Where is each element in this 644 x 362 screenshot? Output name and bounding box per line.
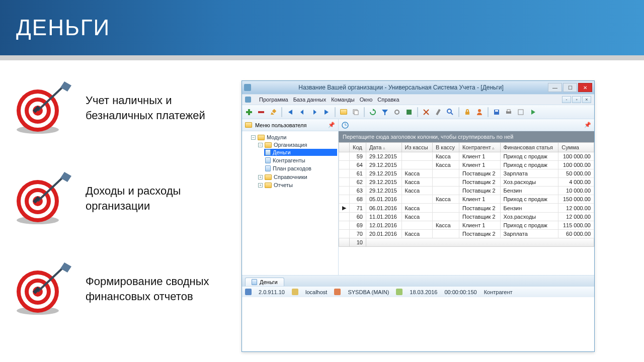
- table-row[interactable]: 6229.12.2015КассаПоставщик 2Хоз.расходы4…: [339, 178, 594, 187]
- tool-next[interactable]: [309, 107, 319, 117]
- status-time: 00:00:00:150: [444, 289, 476, 295]
- svg-rect-41: [407, 110, 412, 115]
- table-row[interactable]: 6912.01.2016КассаКлиент 1Приход с продаж…: [339, 221, 594, 230]
- maximize-button[interactable]: ☐: [563, 83, 577, 92]
- menu-window[interactable]: Окно: [360, 97, 373, 103]
- menu-commands[interactable]: Команды: [331, 97, 355, 103]
- table-row[interactable]: 6805.01.2016КассаКлиент 1Приход с продаж…: [339, 195, 594, 204]
- table-row[interactable]: 6329.12.2015КассаПоставщик 2Бензин10 000…: [339, 187, 594, 195]
- tab-money[interactable]: Деньги: [245, 278, 284, 286]
- bullet-text-3: Формирование сводных финансовых отчетов: [86, 274, 242, 304]
- host-icon: [292, 289, 298, 295]
- tool-tools[interactable]: [433, 107, 443, 117]
- svg-rect-31: [272, 109, 276, 113]
- tree-modules[interactable]: −Модули: [250, 134, 337, 141]
- menu-help[interactable]: Справка: [377, 97, 399, 103]
- col-to[interactable]: В кассу: [432, 143, 459, 152]
- tool-save[interactable]: [492, 107, 502, 117]
- menu-bar: Программа База данных Команды Окно Справ…: [242, 94, 594, 105]
- tool-first[interactable]: [285, 107, 295, 117]
- status-bar: 2.0.911.10 localhost SYSDBA (MAIN) 18.03…: [242, 286, 594, 297]
- table-row[interactable]: 6011.01.2016КассаПоставщик 2Хоз.расходы1…: [339, 213, 594, 221]
- bullet-1: Учет наличных и безналичных платежей: [10, 80, 242, 136]
- tool-last[interactable]: [321, 107, 332, 117]
- table-row[interactable]: ▶7106.01.2016КассаПоставщик 2Бензин12 00…: [339, 204, 594, 213]
- sidebar: Меню пользователя 📌 −Модули −Организация…: [242, 119, 339, 275]
- main-toolbar: [242, 105, 594, 119]
- tool-settings[interactable]: [392, 107, 402, 117]
- svg-marker-8: [60, 81, 71, 92]
- table-row[interactable]: 7020.01.2016КассаПоставщик 2Зарплата60 0…: [339, 230, 594, 238]
- group-hint[interactable]: Перетащите сюда заголовок колонки, чтобы…: [339, 131, 594, 142]
- tool-lock[interactable]: [462, 107, 472, 117]
- tool-refresh[interactable]: [368, 107, 378, 117]
- menu-database[interactable]: База данных: [293, 97, 327, 103]
- svg-rect-44: [436, 109, 440, 115]
- tool-filter[interactable]: [380, 107, 390, 117]
- tree-organization[interactable]: −Организация: [257, 141, 337, 148]
- tree-expense-plan[interactable]: План расходов: [264, 165, 337, 172]
- version-icon: [245, 289, 252, 295]
- tool-print[interactable]: [504, 107, 514, 117]
- tool-user[interactable]: [474, 107, 485, 117]
- tool-play[interactable]: [528, 107, 538, 117]
- bullet-2: Доходы и расходы организации: [10, 171, 242, 226]
- tool-cut[interactable]: [421, 107, 431, 117]
- tool-delete[interactable]: [256, 107, 266, 117]
- close-button[interactable]: ✕: [578, 83, 592, 92]
- menu-program[interactable]: Программа: [259, 97, 288, 103]
- tool-preview[interactable]: [516, 107, 526, 117]
- tool-export[interactable]: [404, 107, 414, 117]
- svg-marker-26: [60, 262, 71, 273]
- col-code[interactable]: Код: [350, 143, 366, 152]
- user-icon: [334, 289, 341, 295]
- table-row[interactable]: 6429.12.2015КассаКлиент 1Приход с продаж…: [339, 161, 594, 169]
- svg-rect-50: [495, 110, 498, 112]
- bullet-3: Формирование сводных финансовых отчетов: [10, 261, 242, 317]
- tool-prev[interactable]: [297, 107, 307, 117]
- svg-point-45: [447, 109, 451, 113]
- tree-reports[interactable]: +Отчеты: [257, 182, 337, 189]
- table-row[interactable]: 5929.12.2015КассаКлиент 1Приход с продаж…: [339, 152, 594, 161]
- svg-marker-33: [300, 110, 303, 115]
- col-agent[interactable]: Контрагент: [459, 143, 500, 152]
- grid-header-row[interactable]: Код Дата Из кассы В кассу Контрагент Фин…: [339, 143, 594, 152]
- svg-marker-17: [60, 172, 71, 182]
- window-titlebar[interactable]: Название Вашей организации - Универсальн…: [242, 81, 594, 94]
- app-icon: [244, 84, 251, 91]
- slide-header: ДЕНЬГИ: [0, 0, 644, 55]
- status-host: localhost: [305, 289, 327, 295]
- bullet-text-1: Учет наличных и безналичных платежей: [86, 93, 242, 123]
- minimize-button[interactable]: —: [548, 83, 562, 92]
- mdi-close[interactable]: ×: [582, 96, 591, 103]
- mdi-minimize[interactable]: -: [562, 96, 571, 103]
- table-row[interactable]: 6129.12.2015КассаПоставщик 2Зарплата50 0…: [339, 169, 594, 178]
- tree-money[interactable]: Деньги: [264, 149, 337, 156]
- status-version: 2.0.911.10: [259, 289, 285, 295]
- tool-copy[interactable]: [351, 107, 361, 117]
- svg-rect-53: [518, 110, 523, 115]
- clock-icon[interactable]: [342, 122, 349, 129]
- grid-toolbar: 📌: [339, 119, 594, 131]
- target-icon: [10, 80, 75, 136]
- data-grid[interactable]: Код Дата Из кассы В кассу Контрагент Фин…: [339, 142, 594, 247]
- tool-open[interactable]: [339, 107, 349, 117]
- svg-rect-37: [354, 111, 358, 115]
- col-date[interactable]: Дата: [366, 143, 401, 152]
- calendar-icon: [396, 289, 403, 295]
- svg-point-48: [478, 109, 481, 112]
- mdi-restore[interactable]: ▫: [572, 96, 581, 103]
- tool-add[interactable]: [244, 107, 254, 117]
- folder-icon: [245, 122, 252, 128]
- col-article[interactable]: Финансовая статья: [500, 143, 558, 152]
- col-sum[interactable]: Сумма: [558, 143, 594, 152]
- tree-references[interactable]: +Справочники: [257, 173, 337, 180]
- doc-icon: [245, 97, 251, 103]
- tool-edit[interactable]: [268, 107, 278, 117]
- grid-pin-icon[interactable]: 📌: [584, 122, 591, 128]
- tree-contractors[interactable]: Контрагенты: [264, 157, 337, 164]
- pin-icon[interactable]: 📌: [328, 122, 335, 128]
- tool-find[interactable]: [445, 107, 455, 117]
- col-from[interactable]: Из кассы: [401, 143, 432, 152]
- mdi-window-controls: - ▫ ×: [562, 96, 591, 103]
